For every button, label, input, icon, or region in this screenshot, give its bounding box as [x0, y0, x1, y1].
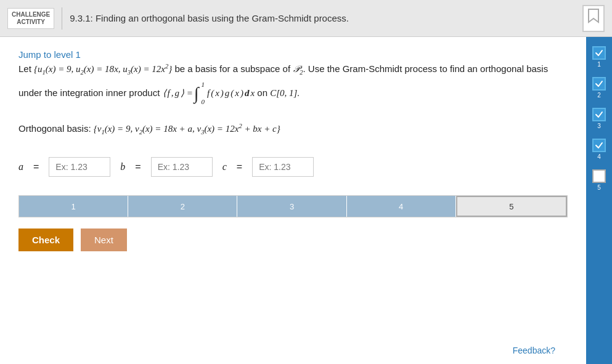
problem-end: on C[0, 1]. [257, 87, 300, 98]
activity-title: 9.3.1: Finding an orthogonal basis using… [70, 13, 582, 23]
label-b: b [120, 161, 125, 172]
check-icon-4 [592, 139, 606, 152]
challenge-activity-badge: CHALLENGE ACTIVITY [7, 8, 54, 29]
inner-product-formula: ⟨f, g⟩ = ∫ 1 0 f(x)g(x) dx [163, 79, 255, 108]
sidebar-item-2[interactable]: 2 [587, 73, 611, 102]
input-row: a = b = c = [18, 157, 568, 177]
label-a: a [18, 161, 23, 172]
check-button[interactable]: Check [18, 229, 73, 251]
progress-segment-2[interactable]: 2 [128, 196, 237, 217]
feedback-link[interactable]: Feedback? [513, 346, 555, 355]
orthogonal-basis-line: Orthogonal basis: {v1(x) = 9, v2(x) = 18… [18, 120, 568, 139]
sidebar-item-3[interactable]: 3 [587, 103, 611, 133]
progress-segment-5[interactable]: 5 [456, 196, 567, 217]
check-icon-2 [592, 77, 606, 91]
main-container: Jump to level 1 Let {u1(x) = 9, u2(x) = … [0, 37, 612, 364]
sidebar-item-5[interactable]: 5 [587, 165, 611, 195]
input-b[interactable] [151, 157, 213, 177]
input-c[interactable] [252, 157, 314, 177]
check-icon-1 [592, 46, 606, 60]
sidebar-number-2: 2 [597, 92, 601, 99]
sidebar-number-1: 1 [597, 61, 601, 68]
svg-marker-0 [589, 9, 598, 22]
empty-box-5 [592, 169, 606, 183]
header-divider [62, 7, 62, 30]
sidebar-number-4: 4 [597, 153, 601, 160]
action-buttons: Check Next [18, 229, 568, 251]
basis-set: {u1(x) = 9, u2(x) = 18x, u3(x) = 12x2} [34, 64, 172, 74]
content-area: Jump to level 1 Let {u1(x) = 9, u2(x) = … [0, 37, 586, 364]
bookmark-icon[interactable] [582, 5, 605, 32]
label-c: c [222, 161, 227, 172]
sidebar-item-4[interactable]: 4 [587, 134, 611, 164]
eq-b: = [135, 161, 141, 172]
progress-bar: 1 2 3 4 5 [18, 195, 568, 217]
eq-a: = [33, 161, 39, 172]
eq-c: = [237, 161, 242, 172]
jump-to-level-link[interactable]: Jump to level 1 [18, 49, 81, 60]
sidebar-item-1[interactable]: 1 [587, 42, 611, 71]
sidebar-number-3: 3 [597, 123, 601, 129]
check-icon-3 [592, 108, 606, 121]
sidebar-number-5: 5 [597, 184, 601, 191]
problem-text: Let {u1(x) = 9, u2(x) = 18x, u3(x) = 12x… [18, 60, 568, 108]
progress-segment-1[interactable]: 1 [19, 196, 128, 217]
input-a[interactable] [49, 157, 110, 177]
progress-segment-4[interactable]: 4 [347, 196, 456, 217]
sidebar: 1 2 3 4 [586, 37, 612, 364]
next-button[interactable]: Next [81, 229, 127, 251]
header: CHALLENGE ACTIVITY 9.3.1: Finding an ort… [0, 0, 612, 37]
problem-intro: Let [18, 63, 34, 74]
progress-segment-3[interactable]: 3 [237, 196, 346, 217]
